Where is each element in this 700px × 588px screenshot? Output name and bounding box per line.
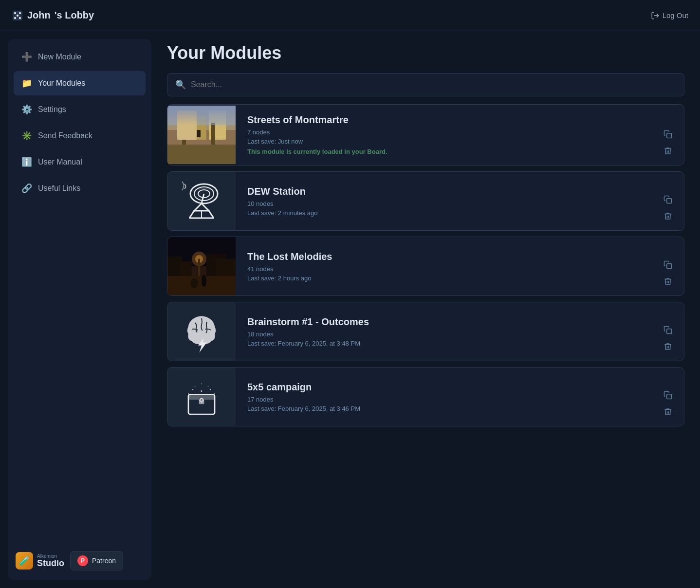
module-nodes-brainstorm: 18 nodes <box>247 331 640 338</box>
alkemion-flask-icon: 🧪 <box>16 552 33 570</box>
module-nodes-dew: 10 nodes <box>247 200 640 207</box>
trash-icon-brainstorm <box>663 342 672 351</box>
streets-painting-svg <box>167 106 236 164</box>
page-title: Your Modules <box>167 43 684 63</box>
module-card-streets-of-montmartre[interactable]: Streets of Montmartre 7 nodes Last save:… <box>167 104 684 165</box>
app-header: John's Lobby Log Out <box>0 0 700 31</box>
module-thumb-streets <box>167 106 236 164</box>
svg-rect-42 <box>667 264 672 269</box>
module-name-dew: DEW Station <box>247 186 640 197</box>
module-info-melodies: The Lost Melodies 41 nodes Last save: 2 … <box>236 241 652 292</box>
module-info-brainstorm: Brainstorm #1 - Outcomes 18 nodes Last s… <box>236 307 652 357</box>
svg-point-4 <box>14 17 16 19</box>
delete-button-dew[interactable] <box>660 210 676 222</box>
delete-button-brainstorm[interactable] <box>660 340 676 353</box>
module-name-brainstorm: Brainstorm #1 - Outcomes <box>247 316 640 328</box>
patreon-icon: P <box>77 555 88 566</box>
svg-text:✦: ✦ <box>209 388 211 391</box>
module-name-5x5: 5x5 campaign <box>247 382 640 393</box>
delete-button-streets[interactable] <box>660 145 676 157</box>
svg-line-25 <box>209 211 214 218</box>
trash-icon-dew <box>663 212 672 220</box>
svg-marker-23 <box>194 203 209 211</box>
module-actions-melodies <box>652 251 684 295</box>
sidebar-item-new-module[interactable]: ➕ New Module <box>14 45 146 69</box>
module-actions-5x5 <box>652 381 684 426</box>
link-icon: 🔗 <box>21 183 32 194</box>
svg-text:✦: ✦ <box>192 388 194 391</box>
dice-icon <box>12 10 23 21</box>
module-save-streets: Last save: Just now <box>247 138 640 145</box>
melodies-painting-svg <box>167 237 236 295</box>
copy-button-melodies[interactable] <box>660 258 676 271</box>
copy-button-brainstorm[interactable] <box>660 324 676 336</box>
sidebar: ➕ New Module 📁 Your Modules ⚙️ Settings … <box>8 39 151 580</box>
feedback-icon: ✳️ <box>21 130 32 141</box>
sidebar-item-useful-links[interactable]: 🔗 Useful Links <box>14 176 146 201</box>
header-title: John <box>27 10 51 21</box>
copy-button-dew[interactable] <box>660 193 676 206</box>
search-bar: 🔍 <box>167 73 684 96</box>
trash-icon-melodies <box>663 277 672 286</box>
delete-button-5x5[interactable] <box>660 405 676 418</box>
module-card-brainstorm[interactable]: Brainstorm #1 - Outcomes 18 nodes Last s… <box>167 302 684 361</box>
sidebar-item-your-modules[interactable]: 📁 Your Modules <box>14 71 146 95</box>
sidebar-item-send-feedback[interactable]: ✳️ Send Feedback <box>14 124 146 148</box>
logout-button[interactable]: Log Out <box>651 11 688 20</box>
module-nodes-5x5: 17 nodes <box>247 396 640 403</box>
svg-text:✦: ✦ <box>200 389 203 393</box>
svg-point-1 <box>14 12 16 14</box>
alkemion-logo: 🧪 Alkemion Studio <box>16 552 64 570</box>
magic-icon: ✦ ✦ ✦ ✦ ✦ + + + <box>180 375 223 419</box>
sidebar-item-user-manual[interactable]: ℹ️ User Manual <box>14 150 146 174</box>
svg-point-5 <box>19 17 21 19</box>
copy-icon-dew <box>663 195 672 204</box>
svg-line-22 <box>202 194 204 203</box>
sidebar-item-settings[interactable]: ⚙️ Settings <box>14 97 146 122</box>
module-name-streets: Streets of Montmartre <box>247 114 640 126</box>
copy-button-5x5[interactable] <box>660 389 676 402</box>
svg-rect-15 <box>167 106 236 125</box>
module-thumb-dew <box>167 172 236 230</box>
module-active-streets: This module is currently loaded in your … <box>247 148 640 155</box>
svg-text:+: + <box>207 385 209 387</box>
trash-icon-5x5 <box>663 407 672 416</box>
svg-rect-44 <box>667 329 672 334</box>
patreon-label: Patreon <box>92 557 116 565</box>
module-save-dew: Last save: 2 minutes ago <box>247 209 640 217</box>
sidebar-label-send-feedback: Send Feedback <box>38 131 92 140</box>
copy-icon <box>663 130 672 139</box>
module-thumb-5x5: ✦ ✦ ✦ ✦ ✦ + + + <box>167 368 236 426</box>
new-module-icon: ➕ <box>21 52 32 62</box>
painting-streets-img <box>167 106 236 164</box>
module-card-dew-station[interactable]: DEW Station 10 nodes Last save: 2 minute… <box>167 171 684 231</box>
sidebar-label-useful-links: Useful Links <box>38 184 80 193</box>
delete-button-melodies[interactable] <box>660 275 676 288</box>
patreon-button[interactable]: P Patreon <box>70 551 123 570</box>
copy-button-streets[interactable] <box>660 128 676 141</box>
svg-point-2 <box>19 12 21 14</box>
search-input[interactable] <box>191 80 676 89</box>
module-card-5x5-campaign[interactable]: ✦ ✦ ✦ ✦ ✦ + + + 5x5 campaign <box>167 367 684 426</box>
brain-icon <box>180 310 223 353</box>
search-icon: 🔍 <box>175 79 186 90</box>
sidebar-label-user-manual: User Manual <box>38 158 82 166</box>
module-save-brainstorm: Last save: February 6, 2025, at 3:48 PM <box>247 340 640 347</box>
copy-icon-brainstorm <box>663 326 672 334</box>
module-card-lost-melodies[interactable]: The Lost Melodies 41 nodes Last save: 2 … <box>167 237 684 296</box>
module-save-5x5: Last save: February 6, 2025, at 3:46 PM <box>247 405 640 412</box>
folder-icon: 📁 <box>21 78 32 89</box>
sidebar-footer: 🧪 Alkemion Studio P Patreon <box>14 547 146 574</box>
module-save-melodies: Last save: 2 hours ago <box>247 275 640 282</box>
svg-rect-58 <box>667 394 672 399</box>
alkemion-small-label: Alkemion <box>37 553 64 559</box>
svg-rect-18 <box>667 133 672 138</box>
svg-rect-16 <box>180 132 184 140</box>
alkemion-text: Alkemion Studio <box>37 553 64 569</box>
svg-text:+: + <box>201 382 202 385</box>
module-nodes-streets: 7 nodes <box>247 129 640 136</box>
svg-rect-17 <box>197 130 201 137</box>
module-actions-brainstorm <box>652 316 684 361</box>
copy-icon-5x5 <box>663 391 672 400</box>
sidebar-nav: ➕ New Module 📁 Your Modules ⚙️ Settings … <box>14 45 146 201</box>
